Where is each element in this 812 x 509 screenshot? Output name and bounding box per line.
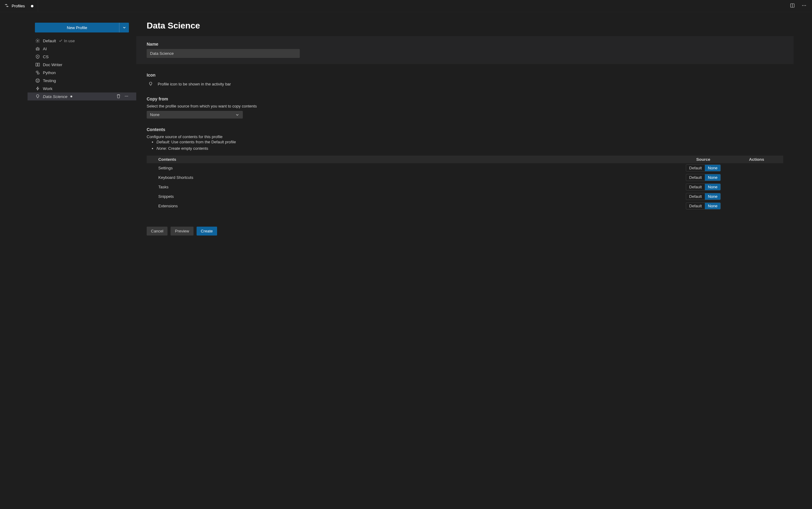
profile-item-label: Data Science: [43, 94, 67, 99]
sidebar-item-cs[interactable]: CS: [28, 53, 136, 61]
source-toggle: DefaultNone: [686, 183, 721, 191]
dirty-indicator-icon: [70, 96, 72, 97]
more-actions-icon[interactable]: [800, 2, 808, 10]
source-toggle-none[interactable]: None: [705, 193, 720, 200]
lightbulb-icon: [35, 94, 40, 99]
table-row: SnippetsDefaultNone: [147, 192, 783, 201]
profile-item-label: Doc Writer: [43, 63, 63, 67]
sidebar-item-ai[interactable]: AI: [28, 45, 136, 53]
icon-picker-button[interactable]: [147, 80, 154, 88]
table-cell-name: Snippets: [158, 194, 677, 199]
copy-from-select[interactable]: None: [147, 111, 243, 118]
source-toggle: DefaultNone: [686, 174, 721, 181]
svg-point-4: [805, 5, 806, 6]
zap-icon: [35, 86, 40, 91]
contents-table: Contents Source Actions SettingsDefaultN…: [147, 156, 783, 211]
contents-bullets: Default: Use contents from the Default p…: [147, 139, 783, 152]
profile-item-label: Testing: [43, 78, 56, 83]
svg-point-14: [38, 80, 38, 80]
table-cell-source: DefaultNone: [677, 193, 730, 200]
table-cell-source: DefaultNone: [677, 174, 730, 181]
button-row: Cancel Preview Create: [136, 227, 793, 236]
table-cell-source: DefaultNone: [677, 183, 730, 191]
name-input[interactable]: [147, 49, 300, 58]
chevron-down-icon: [122, 26, 127, 30]
contents-section: Contents Configure source of contents fo…: [136, 127, 793, 211]
sidebar-item-python[interactable]: Python: [28, 69, 136, 76]
table-cell-name: Extensions: [158, 204, 677, 208]
more-profile-actions-icon[interactable]: [124, 94, 129, 100]
table-row: Keyboard ShortcutsDefaultNone: [147, 173, 783, 182]
table-row: ExtensionsDefaultNone: [147, 201, 783, 211]
check-icon: [59, 39, 63, 43]
new-profile-button[interactable]: New Profile: [35, 23, 119, 32]
sidebar-item-docwriter[interactable]: Doc Writer: [28, 61, 136, 69]
svg-point-16: [126, 96, 127, 96]
table-row: TasksDefaultNone: [147, 182, 783, 192]
svg-point-2: [802, 5, 803, 6]
svg-point-17: [128, 96, 128, 96]
tab-label: Profiles: [12, 4, 25, 8]
table-head-contents: Contents: [158, 157, 677, 162]
bullet-none: None: Create empty contents: [156, 145, 783, 152]
source-toggle-default[interactable]: Default: [686, 203, 705, 209]
svg-point-15: [125, 96, 126, 96]
profiles-sidebar: New Profile Default In use: [28, 12, 136, 509]
robot-icon: [35, 46, 40, 52]
profile-item-label: AI: [43, 46, 47, 51]
table-head-actions: Actions: [730, 157, 783, 162]
icon-hint: Profile icon to be shown in the activity…: [158, 82, 231, 87]
profile-item-label: Work: [43, 87, 52, 91]
contents-hint: Configure source of contents for this pr…: [147, 134, 783, 139]
settings-icon: [4, 3, 9, 9]
name-section: Name: [136, 36, 793, 64]
sidebar-item-work[interactable]: Work: [28, 84, 136, 93]
table-row: SettingsDefaultNone: [147, 163, 783, 173]
preview-button[interactable]: Preview: [171, 227, 193, 236]
in-use-badge: In use: [59, 39, 75, 43]
contents-label: Contents: [147, 127, 783, 132]
source-toggle-none[interactable]: None: [705, 203, 720, 209]
copy-from-section: Copy from Select the profile source from…: [136, 97, 793, 118]
svg-point-8: [38, 49, 39, 49]
main-content: Data Science Name Icon Profile icon to b…: [136, 12, 812, 509]
icon-section: Icon Profile icon to be shown in the act…: [136, 73, 793, 88]
bullet-default: Default: Use contents from the Default p…: [156, 139, 783, 145]
sidebar-item-default[interactable]: Default In use: [28, 37, 136, 45]
svg-point-13: [37, 80, 37, 80]
name-label: Name: [147, 42, 783, 46]
source-toggle-default[interactable]: Default: [686, 184, 705, 190]
profile-item-label: Python: [43, 70, 56, 75]
new-profile-dropdown[interactable]: [119, 23, 129, 32]
tab-bar: Profiles: [0, 0, 812, 12]
table-cell-name: Tasks: [158, 185, 677, 189]
sidebar-item-datascience[interactable]: Data Science: [28, 93, 136, 100]
svg-point-7: [37, 49, 37, 49]
source-toggle-none[interactable]: None: [705, 184, 720, 190]
icon-label: Icon: [147, 73, 783, 77]
split-editor-icon[interactable]: [789, 2, 796, 10]
create-button[interactable]: Create: [197, 227, 217, 236]
profile-item-label: CS: [43, 55, 49, 59]
svg-point-12: [36, 79, 39, 82]
source-toggle-default[interactable]: Default: [686, 165, 705, 171]
table-cell-source: DefaultNone: [677, 165, 730, 171]
svg-point-10: [37, 56, 38, 57]
table-cell-name: Keyboard Shortcuts: [158, 175, 677, 180]
source-toggle-default[interactable]: Default: [686, 193, 705, 200]
chevron-down-icon: [235, 113, 240, 117]
tab-profiles[interactable]: Profiles: [0, 0, 38, 12]
shield-icon: [35, 54, 40, 59]
table-cell-source: DefaultNone: [677, 202, 730, 209]
delete-profile-icon[interactable]: [116, 94, 121, 100]
copy-from-hint: Select the profile source from which you…: [147, 104, 783, 108]
svg-point-3: [804, 5, 804, 6]
sidebar-item-testing[interactable]: Testing: [28, 76, 136, 84]
book-icon: [35, 62, 40, 67]
source-toggle-none[interactable]: None: [705, 174, 720, 181]
source-toggle-none[interactable]: None: [705, 165, 720, 171]
cancel-button[interactable]: Cancel: [147, 227, 168, 236]
source-toggle-default[interactable]: Default: [686, 174, 705, 181]
copy-from-label: Copy from: [147, 97, 783, 101]
snake-icon: [35, 70, 40, 75]
